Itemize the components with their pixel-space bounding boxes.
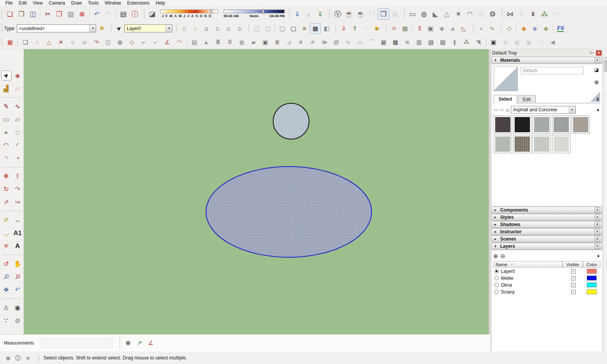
instructor-section-header[interactable]: ►Instructor× (491, 228, 602, 235)
vray-fur-button[interactable]: ⁂ (539, 8, 550, 20)
asphalt-dark-swatch[interactable] (494, 115, 512, 134)
section-plane-button[interactable]: ⊘ (13, 316, 23, 326)
layer-radio[interactable] (494, 290, 499, 294)
box-slice-button[interactable]: ◫ (102, 37, 114, 48)
get-models-button[interactable]: ⇓ (338, 23, 349, 34)
zoom-extents-button[interactable]: ❖ (1, 285, 11, 295)
polygon-dashed-button[interactable]: ○ (67, 37, 79, 48)
expand-icon[interactable]: ▼ (494, 58, 498, 62)
spot-light-button[interactable]: ◣ (430, 8, 441, 20)
layer-radio[interactable] (494, 269, 499, 273)
wireframe-button[interactable]: ▢ (277, 23, 288, 34)
aggregate-brown-swatch[interactable] (572, 115, 590, 134)
paste-button[interactable]: ▨ (65, 8, 76, 20)
from-contours-button[interactable]: ≋ (388, 23, 399, 34)
expand-icon[interactable]: ▼ (494, 244, 498, 248)
ies-light-button[interactable]: △ (441, 8, 452, 20)
layer-row-meble[interactable]: Meble✓ (493, 275, 601, 281)
erase-button[interactable]: ⊗ (76, 8, 88, 20)
collapsed-icon[interactable]: ► (494, 215, 498, 219)
menu-help[interactable]: Help (153, 0, 168, 6)
vray-render-button[interactable]: ☕ (343, 8, 355, 20)
collapsed-icon[interactable]: ► (494, 223, 498, 226)
pyramid-tool-button[interactable]: ▲ (200, 37, 212, 48)
sphere-light-button[interactable]: ◍ (418, 8, 430, 20)
visible-checkbox[interactable]: ✓ (571, 283, 576, 287)
asphalt-black-swatch[interactable] (513, 115, 531, 134)
window-grille-button[interactable]: ▦ (378, 37, 390, 48)
export-proxy-button[interactable]: ⇟ (527, 8, 539, 20)
vertex-edit-button[interactable]: ◇ (126, 37, 138, 48)
menu-extensions[interactable]: Extensions (124, 0, 153, 6)
menu-view[interactable]: View (30, 0, 46, 6)
columns-tool-button[interactable]: Ⅲ (212, 37, 224, 48)
fredo6-tools-button[interactable]: F6 (555, 23, 566, 34)
smoove-button[interactable]: ⇕ (414, 23, 425, 34)
bezier-curve-button[interactable]: ∴ (31, 37, 43, 48)
layer-radio[interactable] (494, 276, 499, 280)
menu-tools[interactable]: Tools (85, 0, 102, 6)
drape-button[interactable]: ◈ (436, 23, 447, 34)
view-back-button[interactable]: ⌂ (223, 23, 234, 34)
view-left-button[interactable]: ⌂ (234, 23, 245, 34)
corner-round-b-button[interactable]: ⌐ (150, 37, 161, 48)
visible-checkbox[interactable]: ✓ (571, 290, 576, 294)
freehand-button[interactable]: ∿ (13, 101, 23, 111)
back-edges-button[interactable]: ▢ (262, 23, 273, 34)
visible-checkbox[interactable]: ✓ (571, 276, 576, 281)
corner-round-a-button[interactable]: ⌐ (138, 37, 150, 48)
menu-camera[interactable]: Camera (46, 0, 68, 6)
pie-button[interactable]: ◔ (13, 153, 23, 163)
louvre-drum-button[interactable]: ◍ (236, 37, 248, 48)
shadow-date-slider[interactable]: JFMAMJJASOND (160, 10, 218, 19)
photo-textures-button[interactable]: ⇓ (314, 8, 326, 20)
shadows-section-header[interactable]: ►Shadows× (491, 221, 602, 228)
pin-icon[interactable]: ⊥ (589, 50, 594, 56)
recess-tool-button[interactable]: ▣ (259, 37, 271, 48)
undo-button[interactable]: ↶ (91, 8, 103, 20)
chevron-down-icon[interactable]: ▼ (166, 25, 172, 32)
view-right-button[interactable]: ⌂ (212, 23, 223, 34)
shadow-time-slider[interactable]: 06:43 AM Noon 04:45 PM (224, 10, 285, 19)
omni-light-button[interactable]: ☀ (452, 8, 464, 20)
xray-mode-button[interactable]: ▢ (251, 23, 262, 34)
round-corner-button[interactable]: ◆ (518, 23, 529, 34)
hidden-line-button[interactable]: ▢ (288, 23, 299, 34)
toggle-shadows-button[interactable]: ◪ (147, 8, 158, 20)
claim-credit-button[interactable]: ⓘ (13, 354, 23, 362)
tape-measure-button[interactable]: ✐ (1, 215, 11, 225)
open-button[interactable]: ❐ (16, 8, 27, 20)
sphere-split-button[interactable]: ◍ (114, 37, 126, 48)
line-button[interactable]: ✎ (1, 101, 11, 111)
model-info-button[interactable]: ⓘ (129, 8, 140, 20)
dome-light-button[interactable]: ◠ (464, 8, 475, 20)
laptop-tool-button[interactable]: ▭ (354, 37, 366, 48)
polygon-button[interactable]: ◇ (13, 127, 23, 137)
look-around-button[interactable]: ◉ (13, 303, 23, 313)
door-tool-button[interactable]: ⌒ (366, 37, 378, 48)
add-detail-button[interactable]: ▲ (447, 23, 458, 34)
zoom-window-button[interactable]: ⚲ (13, 272, 23, 282)
column-color[interactable]: Color (583, 261, 601, 268)
eraser-button[interactable]: ▱ (13, 83, 23, 93)
materials-close-button[interactable]: × (594, 58, 600, 63)
three-point-arc-button[interactable]: ◝ (1, 153, 11, 163)
layer-row-sciany[interactable]: Sciany✓ (493, 289, 601, 295)
pipe-bend-button[interactable]: ↷ (90, 37, 102, 48)
layer-radio[interactable] (494, 283, 499, 287)
fold-panel-button[interactable]: ▰ (248, 37, 259, 48)
tab-select[interactable]: Select (494, 95, 517, 103)
shelves-tool-button[interactable]: ≣ (271, 37, 283, 48)
scroll-thumb[interactable] (604, 60, 607, 72)
scale-button[interactable]: ⇗ (1, 197, 11, 207)
rectangle-light-button[interactable]: ▭ (407, 8, 418, 20)
layer-dropdown[interactable]: Layer0 ▼ (124, 24, 172, 32)
zoom-previous-button[interactable]: ↶ (13, 285, 23, 295)
stair-flight-button[interactable]: # (295, 37, 307, 48)
layer-row-okna[interactable]: Okna✓ (493, 282, 601, 288)
walk-button[interactable]: ∵ (1, 316, 11, 326)
concrete-gray-swatch[interactable] (533, 115, 551, 134)
protractor-button[interactable]: ◡ (1, 228, 11, 238)
eyedropper-icon[interactable]: ✒ (595, 97, 601, 101)
two-point-arc-button[interactable]: ◜ (13, 140, 23, 150)
